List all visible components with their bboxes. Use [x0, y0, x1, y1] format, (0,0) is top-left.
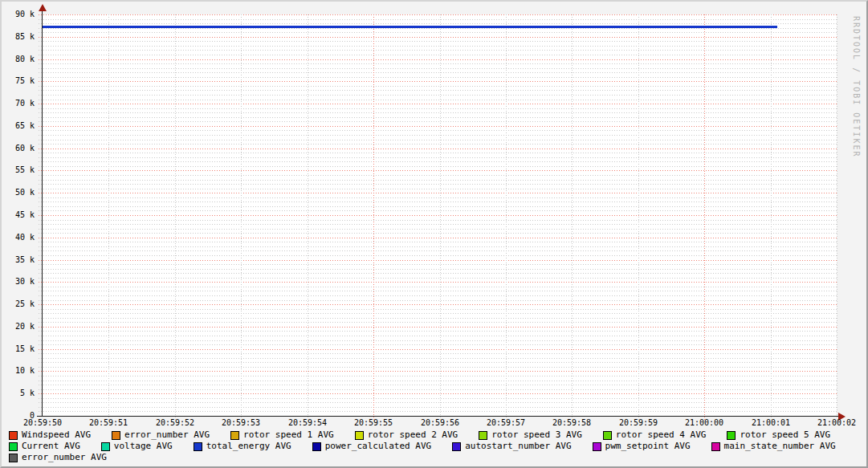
legend-label: Windspeed AVG: [22, 429, 91, 441]
y-tick-label: 40 k: [2, 234, 37, 242]
legend-swatch-icon: [312, 442, 321, 451]
x-tick-label: 20:59:52: [141, 418, 209, 427]
legend-item-windspeed-avg: Windspeed AVG: [9, 429, 91, 441]
legend-item-main_state_number-avg: main_state_number AVG: [711, 441, 836, 452]
x-tick-label: 20:59:59: [605, 418, 672, 427]
y-tick-label: 75 k: [2, 77, 37, 85]
legend-swatch-icon: [479, 431, 487, 440]
legend-swatch-icon: [593, 442, 601, 451]
legend-swatch-icon: [355, 431, 364, 440]
series-line-total_energy-avg: [43, 26, 777, 28]
rrdtool-graph: 05 k10 k15 k20 k25 k30 k35 k40 k45 k50 k…: [0, 0, 868, 468]
legend-label: total_energy AVG: [206, 441, 291, 452]
y-tick-label: 55 k: [2, 166, 37, 174]
watermark: RRDTOOL / TOBI OETIKER: [852, 16, 861, 157]
y-tick-label: 65 k: [2, 122, 37, 130]
legend-item-rotor-speed-2-avg: rotor speed 2 AVG: [355, 429, 458, 441]
y-tick-label: 35 k: [2, 256, 37, 264]
legend-item-power_calculated-avg: power_calculated AVG: [312, 441, 431, 452]
legend-swatch-icon: [9, 442, 18, 451]
x-tick-label: 20:59:57: [472, 418, 540, 427]
legend-item-error_number-avg: error_number AVG: [112, 429, 210, 441]
legend-swatch-icon: [101, 442, 110, 451]
y-tick-label: 5 k: [2, 389, 37, 397]
y-tick-label: 70 k: [2, 100, 37, 108]
legend-item-rotor-speed-5-avg: rotor speed 5 AVG: [727, 429, 830, 441]
legend-item-total_energy-avg: total_energy AVG: [194, 441, 291, 452]
y-tick-label: 10 k: [2, 367, 37, 375]
legend-label: rotor speed 5 AVG: [740, 429, 830, 441]
legend-row: Windspeed AVGerror_number AVGrotor speed…: [9, 429, 836, 441]
y-tick-label: 85 k: [2, 33, 37, 41]
legend-label: pwm_setpoint AVG: [605, 441, 691, 452]
x-tick-label: 20:59:50: [9, 418, 76, 427]
x-tick-label: 21:00:01: [737, 418, 805, 427]
y-tick-label: 60 k: [2, 144, 37, 153]
legend-item-error_number-avg: error_number AVG: [9, 452, 107, 463]
legend-label: main_state_number AVG: [724, 441, 836, 452]
legend-item-autostart_number-avg: autostart_number AVG: [452, 441, 571, 452]
legend-swatch-icon: [727, 431, 736, 440]
legend-label: error_number AVG: [124, 429, 210, 441]
y-tick-label: 15 k: [2, 345, 37, 353]
legend-swatch-icon: [194, 442, 202, 451]
y-tick-label: 50 k: [2, 189, 37, 197]
y-tick-label: 30 k: [2, 278, 37, 286]
y-axis-arrow-icon: [39, 4, 47, 11]
plot-area: [43, 14, 837, 416]
x-axis: [37, 416, 839, 417]
x-tick-label: 20:59:56: [406, 418, 474, 427]
x-tick-label: 20:59:55: [340, 418, 407, 427]
y-tick-label: 80 k: [2, 55, 37, 63]
x-tick-label: 20:59:58: [538, 418, 605, 427]
legend-item-rotor-speed-1-avg: rotor speed 1 AVG: [230, 429, 334, 441]
legend-label: voltage AVG: [114, 441, 173, 452]
legend-label: error_number AVG: [22, 452, 107, 463]
legend-swatch-icon: [112, 431, 120, 440]
x-tick-label: 20:59:51: [75, 418, 142, 427]
legend-swatch-icon: [603, 431, 612, 440]
legend-row: Current AVGvoltage AVGtotal_energy AVGpo…: [9, 441, 836, 452]
y-tick-label: 90 k: [2, 10, 37, 18]
legend-item-voltage-avg: voltage AVG: [101, 441, 173, 452]
legend-item-pwm_setpoint-avg: pwm_setpoint AVG: [593, 441, 691, 452]
x-tick-label: 20:59:53: [207, 418, 275, 427]
legend-swatch-icon: [230, 431, 239, 440]
y-tick-label: 20 k: [2, 323, 37, 331]
y-axis: [42, 8, 43, 416]
legend-swatch-icon: [9, 454, 18, 462]
y-tick-label: 45 k: [2, 211, 37, 219]
legend-row: error_number AVG: [9, 452, 836, 463]
legend-label: rotor speed 1 AVG: [243, 429, 334, 441]
legend-label: power_calculated AVG: [325, 441, 431, 452]
legend-item-rotor-speed-3-avg: rotor speed 3 AVG: [479, 429, 582, 441]
legend-item-current-avg: Current AVG: [9, 441, 80, 452]
legend-label: rotor speed 4 AVG: [616, 429, 707, 441]
x-tick-label: 21:00:02: [803, 418, 868, 427]
legend-label: Current AVG: [22, 441, 80, 452]
y-tick-label: 25 k: [2, 300, 37, 308]
x-tick-label: 20:59:54: [274, 418, 341, 427]
legend-swatch-icon: [452, 442, 461, 451]
legend-label: autostart_number AVG: [465, 441, 571, 452]
legend: Windspeed AVGerror_number AVGrotor speed…: [9, 429, 836, 463]
x-tick-label: 21:00:00: [670, 418, 738, 427]
legend-swatch-icon: [9, 431, 18, 440]
legend-swatch-icon: [711, 442, 720, 451]
minor-gridline-vertical: [837, 14, 837, 420]
legend-label: rotor speed 2 AVG: [368, 429, 458, 441]
legend-item-rotor-speed-4-avg: rotor speed 4 AVG: [603, 429, 707, 441]
legend-label: rotor speed 3 AVG: [491, 429, 582, 441]
